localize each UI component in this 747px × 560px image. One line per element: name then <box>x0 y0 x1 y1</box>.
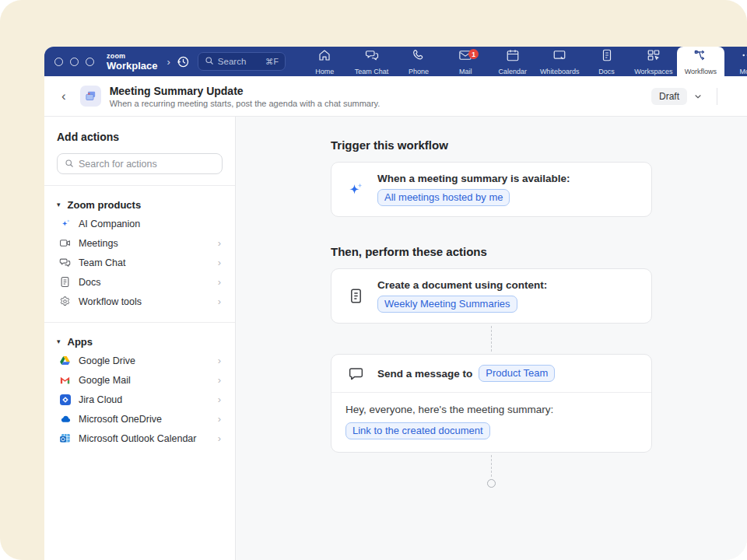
flow-end-node[interactable] <box>487 479 496 488</box>
nav-item-home[interactable]: Home <box>301 47 348 76</box>
sidebar-item-microsoft-onedrive[interactable]: Microsoft OneDrive › <box>57 409 223 429</box>
home-icon <box>317 48 331 65</box>
zoom-workplace-logo: zoom Workplace <box>107 53 158 71</box>
sidebar-item-google-mail[interactable]: Google Mail › <box>57 370 223 390</box>
chevron-right-icon: › <box>218 355 223 366</box>
chevron-right-icon: › <box>218 432 223 444</box>
message-body: Hey, everyone, here's the meeting summar… <box>331 393 651 452</box>
search-icon <box>65 157 74 171</box>
document-link-chip[interactable]: Link to the created document <box>345 422 490 439</box>
chevron-right-icon: › <box>218 413 223 425</box>
document-content-chip[interactable]: Weekly Meeting Summaries <box>377 296 517 313</box>
create-document-card[interactable]: Create a document using content: Weekly … <box>331 268 652 324</box>
chevron-down-icon: ▾ <box>57 338 61 345</box>
sidebar-item-jira-cloud[interactable]: Jira Cloud › <box>57 390 223 409</box>
chevron-right-icon[interactable]: › <box>167 56 170 68</box>
nav-item-docs[interactable]: Docs <box>583 47 630 76</box>
mail-unread-badge: 1 <box>468 49 479 59</box>
sidebar-section-apps: ▾ Apps Google Drive › Goog <box>44 322 235 459</box>
window-minimize-button[interactable] <box>70 58 79 66</box>
workflow-canvas: Trigger this workflow When a meeting sum… <box>236 117 747 560</box>
workflow-title-block: Meeting Summary Update When a recurring … <box>110 85 381 108</box>
nav-item-phone[interactable]: Phone <box>395 47 442 76</box>
status-badge: Draft <box>651 88 687 105</box>
sidebar-item-meetings[interactable]: Meetings › <box>57 233 223 253</box>
message-recipient-chip[interactable]: Product Team <box>479 365 555 382</box>
nav-item-whiteboards[interactable]: Whiteboards <box>536 47 583 76</box>
app-window: zoom Workplace › ⌘F <box>44 47 747 560</box>
chat-bubble-icon <box>345 366 366 382</box>
ai-companion-icon <box>58 218 72 230</box>
gmail-icon <box>58 374 72 386</box>
section-header-apps[interactable]: ▾ Apps <box>57 332 223 351</box>
actions-sidebar: Add actions ▾ Zoom products <box>44 117 236 560</box>
sidebar-item-microsoft-outlook-calendar[interactable]: Microsoft Outlook Calendar › <box>57 429 223 448</box>
logo-zoom-text: zoom <box>107 53 158 60</box>
more-icon <box>741 48 747 65</box>
ai-sparkle-icon <box>345 180 366 199</box>
nav-item-calendar[interactable]: Calendar <box>489 47 536 76</box>
workflow-header: ‹ Meeting Summary Update When a recurrin… <box>44 76 747 117</box>
section-header-zoom-products[interactable]: ▾ Zoom products <box>57 195 223 214</box>
workflows-icon <box>693 48 707 65</box>
meetings-icon <box>58 237 72 249</box>
nav-item-workspaces[interactable]: Workspaces <box>630 47 677 76</box>
calendar-icon <box>506 48 520 65</box>
status-chevron-down-icon[interactable] <box>690 90 706 103</box>
chevron-right-icon: › <box>218 394 223 405</box>
chevron-right-icon: › <box>218 257 223 268</box>
history-icon[interactable] <box>177 55 190 68</box>
logo-workplace-text: Workplace <box>107 61 158 71</box>
sidebar-item-docs[interactable]: Docs › <box>57 272 223 292</box>
nav-item-more[interactable]: More <box>724 47 747 76</box>
top-navbar: zoom Workplace › ⌘F <box>44 47 747 76</box>
trigger-heading: Trigger this workflow <box>331 138 652 152</box>
nav-item-team-chat[interactable]: Team Chat <box>348 47 395 76</box>
actions-search[interactable] <box>57 153 223 174</box>
message-text: Hey, everyone, here's the meeting summar… <box>345 404 637 415</box>
nav-item-workflows[interactable]: Workflows <box>677 47 724 76</box>
whiteboards-icon <box>552 48 566 65</box>
sidebar-title: Add actions <box>57 131 223 143</box>
outlook-calendar-icon <box>58 432 72 444</box>
send-message-card[interactable]: Send a message to Product Team Hey, ever… <box>331 354 652 453</box>
sidebar-item-ai-companion[interactable]: AI Companion <box>57 214 223 233</box>
global-search[interactable]: ⌘F <box>198 52 286 71</box>
trigger-card[interactable]: When a meeting summary is available: All… <box>331 162 652 217</box>
search-input[interactable] <box>218 57 261 66</box>
send-message-card-body: Send a message to Product Team <box>377 365 555 382</box>
navbar-tabs: Home Team Chat Phone Mail 1 Calend <box>301 47 747 76</box>
team-chat-icon <box>365 48 379 65</box>
window-zoom-button[interactable] <box>86 58 94 66</box>
sidebar-section-zoom-products: ▾ Zoom products AI Companion Meetings <box>44 186 235 322</box>
sidebar-item-team-chat[interactable]: Team Chat › <box>57 253 223 272</box>
trigger-scope-chip[interactable]: All meetings hosted by me <box>377 189 510 206</box>
header-divider <box>717 88 717 105</box>
workflow-thumbnail-icon <box>80 86 101 107</box>
phone-icon <box>412 48 426 65</box>
google-drive-icon <box>58 355 72 366</box>
trigger-card-body: When a meeting summary is available: All… <box>377 173 570 206</box>
search-shortcut: ⌘F <box>265 57 279 66</box>
flow-connector-end <box>491 455 492 477</box>
chevron-right-icon: › <box>218 237 223 249</box>
chevron-right-icon: › <box>218 374 223 386</box>
create-document-text: Create a document using content: <box>377 279 547 291</box>
window-controls[interactable] <box>54 58 94 66</box>
create-document-card-body: Create a document using content: Weekly … <box>377 279 547 313</box>
jira-icon <box>58 394 72 405</box>
search-icon <box>205 54 214 68</box>
team-chat-icon <box>58 257 72 268</box>
docs-icon <box>58 276 72 288</box>
actions-search-input[interactable] <box>79 159 215 170</box>
send-message-text: Send a message to <box>377 368 472 380</box>
desktop-background: zoom Workplace › ⌘F <box>0 0 747 560</box>
back-button[interactable]: ‹ <box>61 89 66 104</box>
page-subtitle: When a recurring meeting starts, post th… <box>110 99 381 108</box>
nav-item-mail[interactable]: Mail 1 <box>442 47 489 76</box>
sidebar-item-google-drive[interactable]: Google Drive › <box>57 351 223 370</box>
window-close-button[interactable] <box>54 58 63 66</box>
actions-heading: Then, perform these actions <box>331 245 652 258</box>
chevron-right-icon: › <box>218 276 223 288</box>
sidebar-item-workflow-tools[interactable]: Workflow tools › <box>57 292 223 311</box>
